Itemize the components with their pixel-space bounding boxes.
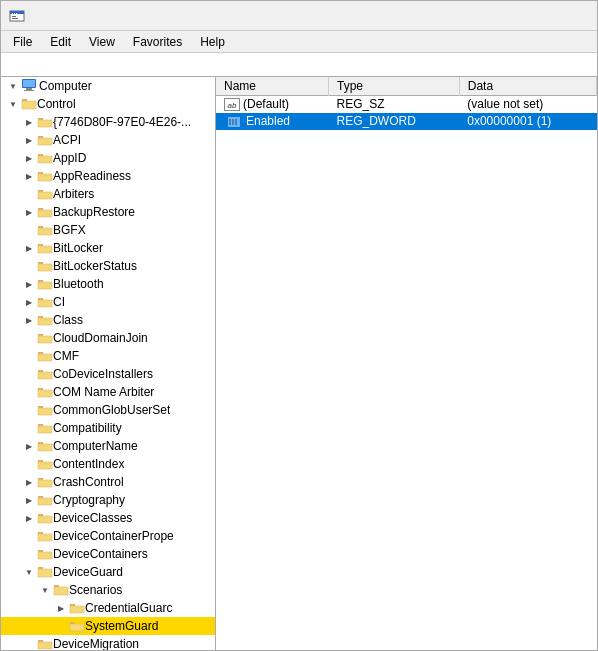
tree-item-computername[interactable]: ▶ComputerName <box>1 437 215 455</box>
tree-label-bluetooth: Bluetooth <box>53 277 104 291</box>
table-row-enabled[interactable]: EnabledREG_DWORD0x00000001 (1) <box>216 113 597 130</box>
svg-rect-40 <box>38 354 52 361</box>
tree-label-arbiters: Arbiters <box>53 187 94 201</box>
svg-rect-31 <box>38 280 43 282</box>
svg-rect-11 <box>22 99 27 101</box>
toggle-deviceguard: ▼ <box>21 564 37 580</box>
tree-item-bgfx[interactable]: ▶BGFX <box>1 221 215 239</box>
toggle-computername: ▶ <box>21 438 37 454</box>
svg-rect-46 <box>38 408 52 415</box>
tree-label-devicecontainerprops: DeviceContainerPrope <box>53 529 174 543</box>
tree-label-contentindex: ContentIndex <box>53 457 124 471</box>
table-row-default[interactable]: ab(Default)REG_SZ(value not set) <box>216 96 597 113</box>
tree-item-bitlocker[interactable]: ▶BitLocker <box>1 239 215 257</box>
main-content: ▼ Computer▼Control▶{7746D80F-97E0-4E26-.… <box>1 77 597 651</box>
toggle-bitlocker: ▶ <box>21 240 37 256</box>
svg-rect-78 <box>235 119 237 125</box>
tree-item-contentindex[interactable]: ▶ContentIndex <box>1 455 215 473</box>
toggle-bluetooth: ▶ <box>21 276 37 292</box>
svg-rect-25 <box>38 226 43 228</box>
svg-rect-61 <box>38 550 43 552</box>
tree-item-arbiters[interactable]: ▶Arbiters <box>1 185 215 203</box>
toggle-appreadiness: ▶ <box>21 168 37 184</box>
tree-item-bluetooth[interactable]: ▶Bluetooth <box>1 275 215 293</box>
svg-rect-29 <box>38 262 43 264</box>
menu-item-view[interactable]: View <box>81 33 123 51</box>
tree-item-control[interactable]: ▼Control <box>1 95 215 113</box>
tree-label-devicecontainers: DeviceContainers <box>53 547 148 561</box>
reg-name-enabled: Enabled <box>246 114 290 128</box>
tree-label-clouddomainjoin: CloudDomainJoin <box>53 331 148 345</box>
col-name[interactable]: Name <box>216 77 329 96</box>
tree-item-compatibility[interactable]: ▶Compatibility <box>1 419 215 437</box>
svg-rect-28 <box>38 246 52 253</box>
menu-item-file[interactable]: File <box>5 33 40 51</box>
svg-rect-45 <box>38 406 43 408</box>
svg-rect-58 <box>38 516 52 523</box>
svg-rect-20 <box>38 174 52 181</box>
svg-rect-60 <box>38 534 52 541</box>
svg-rect-37 <box>38 334 43 336</box>
svg-rect-12 <box>22 101 36 109</box>
svg-rect-62 <box>38 552 52 559</box>
tree-label-compatibility: Compatibility <box>53 421 122 435</box>
tree-label-class: Class <box>53 313 83 327</box>
toggle-cryptography: ▶ <box>21 492 37 508</box>
tree-item-computer[interactable]: ▼ Computer <box>1 77 215 95</box>
tree-item-bitlockerstatus[interactable]: ▶BitLockerStatus <box>1 257 215 275</box>
tree-item-crashcontrol[interactable]: ▶CrashControl <box>1 473 215 491</box>
svg-rect-38 <box>38 336 52 343</box>
tree-item-appreadiness[interactable]: ▶AppReadiness <box>1 167 215 185</box>
col-type[interactable]: Type <box>329 77 460 96</box>
tree-item-acpi[interactable]: ▶ACPI <box>1 131 215 149</box>
tree-item-guid[interactable]: ▶{7746D80F-97E0-4E26-... <box>1 113 215 131</box>
svg-rect-4 <box>16 13 17 14</box>
tree-item-devicecontainerprops[interactable]: ▶DeviceContainerPrope <box>1 527 215 545</box>
tree-item-devicecontainers[interactable]: ▶DeviceContainers <box>1 545 215 563</box>
tree-item-commonglobuserset[interactable]: ▶CommonGlobUserSet <box>1 401 215 419</box>
svg-rect-66 <box>54 587 68 595</box>
tree-item-appid[interactable]: ▶AppID <box>1 149 215 167</box>
svg-rect-16 <box>38 138 52 145</box>
tree-item-ci[interactable]: ▶CI <box>1 293 215 311</box>
reg-icon-inner <box>227 115 241 127</box>
tree-item-comnamearbiter[interactable]: ▶COM Name Arbiter <box>1 383 215 401</box>
svg-rect-27 <box>38 244 43 246</box>
detail-panel[interactable]: Name Type Data ab(Default)REG_SZ(value n… <box>216 77 597 651</box>
tree-item-scenarios[interactable]: ▼Scenarios <box>1 581 215 599</box>
ab-icon: ab <box>224 98 240 111</box>
menu-item-favorites[interactable]: Favorites <box>125 33 190 51</box>
tree-item-cryptography[interactable]: ▶Cryptography <box>1 491 215 509</box>
tree-item-devicemigration[interactable]: ▶DeviceMigration <box>1 635 215 651</box>
svg-rect-54 <box>38 480 52 487</box>
tree-label-ci: CI <box>53 295 65 309</box>
tree-item-deviceclasses[interactable]: ▶DeviceClasses <box>1 509 215 527</box>
col-data[interactable]: Data <box>459 77 596 96</box>
toggle-ci: ▶ <box>21 294 37 310</box>
menu-item-help[interactable]: Help <box>192 33 233 51</box>
computer-icon <box>21 78 37 95</box>
svg-rect-49 <box>38 442 43 444</box>
tree-label-deviceguard: DeviceGuard <box>53 565 123 579</box>
tree-item-deviceguard[interactable]: ▼DeviceGuard <box>1 563 215 581</box>
tree-item-backuprestore[interactable]: ▶BackupRestore <box>1 203 215 221</box>
tree-item-class[interactable]: ▶Class <box>1 311 215 329</box>
svg-rect-22 <box>38 192 52 199</box>
enabled-badge <box>224 115 244 128</box>
menu-item-edit[interactable]: Edit <box>42 33 79 51</box>
tree-panel[interactable]: ▼ Computer▼Control▶{7746D80F-97E0-4E26-.… <box>1 77 216 651</box>
svg-rect-48 <box>38 426 52 433</box>
svg-rect-34 <box>38 300 52 307</box>
menu-bar: FileEditViewFavoritesHelp <box>1 31 597 53</box>
cell-type-default: REG_SZ <box>329 96 460 113</box>
tree-item-systemguard[interactable]: ▶SystemGuard <box>1 617 215 635</box>
tree-item-clouddomainjoin[interactable]: ▶CloudDomainJoin <box>1 329 215 347</box>
svg-rect-67 <box>70 604 75 606</box>
tree-item-cmf[interactable]: ▶CMF <box>1 347 215 365</box>
toggle-guid: ▶ <box>21 114 37 130</box>
tree-label-acpi: ACPI <box>53 133 81 147</box>
tree-label-devicemigration: DeviceMigration <box>53 637 139 651</box>
tree-item-credentialguard[interactable]: ▶CredentialGuarc <box>1 599 215 617</box>
tree-label-systemguard: SystemGuard <box>85 619 158 633</box>
tree-item-codeviceinstallers[interactable]: ▶CoDeviceInstallers <box>1 365 215 383</box>
